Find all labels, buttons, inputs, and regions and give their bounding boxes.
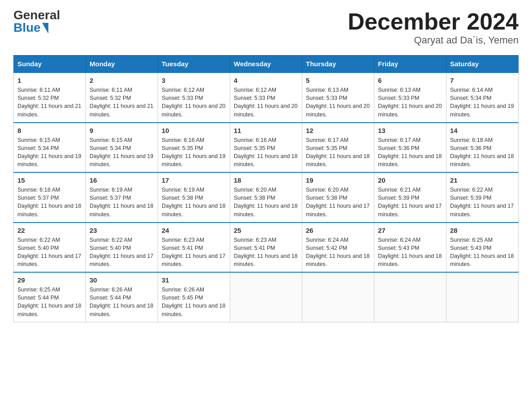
calendar-cell: 27Sunrise: 6:24 AMSunset: 5:43 PMDayligh…	[374, 223, 446, 273]
calendar-cell: 11Sunrise: 6:16 AMSunset: 5:35 PMDayligh…	[230, 123, 302, 173]
calendar-table: SundayMondayTuesdayWednesdayThursdayFrid…	[13, 55, 519, 322]
calendar-cell: 24Sunrise: 6:23 AMSunset: 5:41 PMDayligh…	[158, 223, 230, 273]
day-info: Sunrise: 6:14 AMSunset: 5:34 PMDaylight:…	[450, 86, 515, 119]
day-info: Sunrise: 6:26 AMSunset: 5:45 PMDaylight:…	[162, 286, 226, 318]
calendar-cell: 20Sunrise: 6:21 AMSunset: 5:39 PMDayligh…	[374, 172, 446, 223]
day-info: Sunrise: 6:22 AMSunset: 5:39 PMDaylight:…	[450, 186, 515, 218]
calendar-week-row: 1Sunrise: 6:11 AMSunset: 5:32 PMDaylight…	[14, 73, 519, 123]
day-number: 20	[378, 176, 442, 184]
day-info: Sunrise: 6:18 AMSunset: 5:36 PMDaylight:…	[450, 136, 515, 169]
calendar-cell: 12Sunrise: 6:17 AMSunset: 5:35 PMDayligh…	[302, 123, 374, 173]
day-number: 27	[378, 227, 442, 234]
day-number: 18	[234, 176, 298, 184]
day-number: 4	[234, 77, 298, 84]
calendar-cell: 9Sunrise: 6:15 AMSunset: 5:34 PMDaylight…	[86, 123, 158, 173]
day-number: 12	[306, 127, 370, 134]
day-info: Sunrise: 6:21 AMSunset: 5:39 PMDaylight:…	[378, 186, 442, 218]
day-info: Sunrise: 6:15 AMSunset: 5:34 PMDaylight:…	[90, 136, 154, 169]
calendar-cell: 13Sunrise: 6:17 AMSunset: 5:36 PMDayligh…	[374, 123, 446, 173]
calendar-cell: 15Sunrise: 6:18 AMSunset: 5:37 PMDayligh…	[14, 172, 86, 223]
day-info: Sunrise: 6:26 AMSunset: 5:44 PMDaylight:…	[90, 286, 154, 318]
day-number: 3	[162, 77, 226, 84]
calendar-cell: 26Sunrise: 6:24 AMSunset: 5:42 PMDayligh…	[302, 223, 374, 273]
day-number: 11	[234, 127, 298, 134]
calendar-cell: 14Sunrise: 6:18 AMSunset: 5:36 PMDayligh…	[446, 123, 519, 173]
calendar-cell: 28Sunrise: 6:25 AMSunset: 5:43 PMDayligh…	[446, 223, 519, 273]
day-number: 31	[162, 276, 226, 284]
calendar-cell: 17Sunrise: 6:19 AMSunset: 5:38 PMDayligh…	[158, 172, 230, 223]
day-info: Sunrise: 6:25 AMSunset: 5:43 PMDaylight:…	[450, 236, 515, 269]
day-number: 19	[306, 176, 370, 184]
day-number: 1	[17, 77, 82, 84]
day-info: Sunrise: 6:22 AMSunset: 5:40 PMDaylight:…	[90, 236, 154, 269]
day-info: Sunrise: 6:18 AMSunset: 5:37 PMDaylight:…	[17, 186, 82, 218]
day-number: 5	[306, 77, 370, 84]
calendar-cell: 25Sunrise: 6:23 AMSunset: 5:41 PMDayligh…	[230, 223, 302, 273]
calendar-body: 1Sunrise: 6:11 AMSunset: 5:32 PMDaylight…	[14, 73, 519, 322]
day-info: Sunrise: 6:12 AMSunset: 5:33 PMDaylight:…	[234, 86, 298, 119]
day-info: Sunrise: 6:24 AMSunset: 5:42 PMDaylight:…	[306, 236, 370, 269]
day-info: Sunrise: 6:22 AMSunset: 5:40 PMDaylight:…	[17, 236, 82, 269]
calendar-cell: 22Sunrise: 6:22 AMSunset: 5:40 PMDayligh…	[14, 223, 86, 273]
day-number: 30	[90, 276, 154, 284]
calendar-cell: 19Sunrise: 6:20 AMSunset: 5:38 PMDayligh…	[302, 172, 374, 223]
day-number: 29	[17, 276, 82, 284]
day-number: 28	[450, 227, 515, 234]
day-number: 22	[17, 227, 82, 234]
day-number: 24	[162, 227, 226, 234]
calendar-cell: 31Sunrise: 6:26 AMSunset: 5:45 PMDayligh…	[158, 272, 230, 322]
header-cell-sunday: Sunday	[14, 56, 86, 73]
day-number: 21	[450, 176, 515, 184]
location-title: Qaryat ad Da`is, Yemen	[348, 34, 519, 46]
calendar-cell: 29Sunrise: 6:25 AMSunset: 5:44 PMDayligh…	[14, 272, 86, 322]
calendar-cell	[230, 272, 302, 322]
calendar-cell: 6Sunrise: 6:13 AMSunset: 5:33 PMDaylight…	[374, 73, 446, 123]
day-number: 7	[450, 77, 515, 84]
calendar-cell: 10Sunrise: 6:16 AMSunset: 5:35 PMDayligh…	[158, 123, 230, 173]
logo: General Blue	[13, 9, 60, 34]
calendar-cell: 23Sunrise: 6:22 AMSunset: 5:40 PMDayligh…	[86, 223, 158, 273]
header-cell-saturday: Saturday	[446, 56, 519, 73]
calendar-header-row: SundayMondayTuesdayWednesdayThursdayFrid…	[14, 56, 519, 73]
header-cell-tuesday: Tuesday	[158, 56, 230, 73]
day-info: Sunrise: 6:12 AMSunset: 5:33 PMDaylight:…	[162, 86, 226, 119]
calendar-week-row: 15Sunrise: 6:18 AMSunset: 5:37 PMDayligh…	[14, 172, 519, 223]
day-number: 13	[378, 127, 442, 134]
logo-triangle-icon	[42, 23, 48, 34]
calendar-cell	[374, 272, 446, 322]
day-info: Sunrise: 6:25 AMSunset: 5:44 PMDaylight:…	[17, 286, 82, 318]
calendar-cell: 30Sunrise: 6:26 AMSunset: 5:44 PMDayligh…	[86, 272, 158, 322]
day-info: Sunrise: 6:17 AMSunset: 5:35 PMDaylight:…	[306, 136, 370, 169]
calendar-cell: 1Sunrise: 6:11 AMSunset: 5:32 PMDaylight…	[14, 73, 86, 123]
day-number: 9	[90, 127, 154, 134]
day-number: 14	[450, 127, 515, 134]
day-info: Sunrise: 6:11 AMSunset: 5:32 PMDaylight:…	[90, 86, 154, 119]
calendar-cell: 4Sunrise: 6:12 AMSunset: 5:33 PMDaylight…	[230, 73, 302, 123]
day-info: Sunrise: 6:20 AMSunset: 5:38 PMDaylight:…	[306, 186, 370, 218]
day-info: Sunrise: 6:19 AMSunset: 5:37 PMDaylight:…	[90, 186, 154, 218]
header-cell-thursday: Thursday	[302, 56, 374, 73]
header-cell-monday: Monday	[86, 56, 158, 73]
day-number: 23	[90, 227, 154, 234]
header-cell-wednesday: Wednesday	[230, 56, 302, 73]
day-number: 16	[90, 176, 154, 184]
calendar-cell: 8Sunrise: 6:15 AMSunset: 5:34 PMDaylight…	[14, 123, 86, 173]
calendar-week-row: 29Sunrise: 6:25 AMSunset: 5:44 PMDayligh…	[14, 272, 519, 322]
day-number: 15	[17, 176, 82, 184]
calendar-cell: 21Sunrise: 6:22 AMSunset: 5:39 PMDayligh…	[446, 172, 519, 223]
day-info: Sunrise: 6:11 AMSunset: 5:32 PMDaylight:…	[17, 86, 82, 119]
day-number: 17	[162, 176, 226, 184]
day-number: 6	[378, 77, 442, 84]
page-header: General Blue December 2024 Qaryat ad Da`…	[13, 9, 519, 46]
day-info: Sunrise: 6:20 AMSunset: 5:38 PMDaylight:…	[234, 186, 298, 218]
day-info: Sunrise: 6:16 AMSunset: 5:35 PMDaylight:…	[234, 136, 298, 169]
calendar-week-row: 22Sunrise: 6:22 AMSunset: 5:40 PMDayligh…	[14, 223, 519, 273]
day-info: Sunrise: 6:24 AMSunset: 5:43 PMDaylight:…	[378, 236, 442, 269]
day-info: Sunrise: 6:17 AMSunset: 5:36 PMDaylight:…	[378, 136, 442, 169]
calendar-cell: 2Sunrise: 6:11 AMSunset: 5:32 PMDaylight…	[86, 73, 158, 123]
day-number: 8	[17, 127, 82, 134]
title-block: December 2024 Qaryat ad Da`is, Yemen	[348, 9, 519, 46]
day-info: Sunrise: 6:23 AMSunset: 5:41 PMDaylight:…	[162, 236, 226, 269]
logo-general-text: General	[13, 9, 60, 21]
day-info: Sunrise: 6:15 AMSunset: 5:34 PMDaylight:…	[17, 136, 82, 169]
